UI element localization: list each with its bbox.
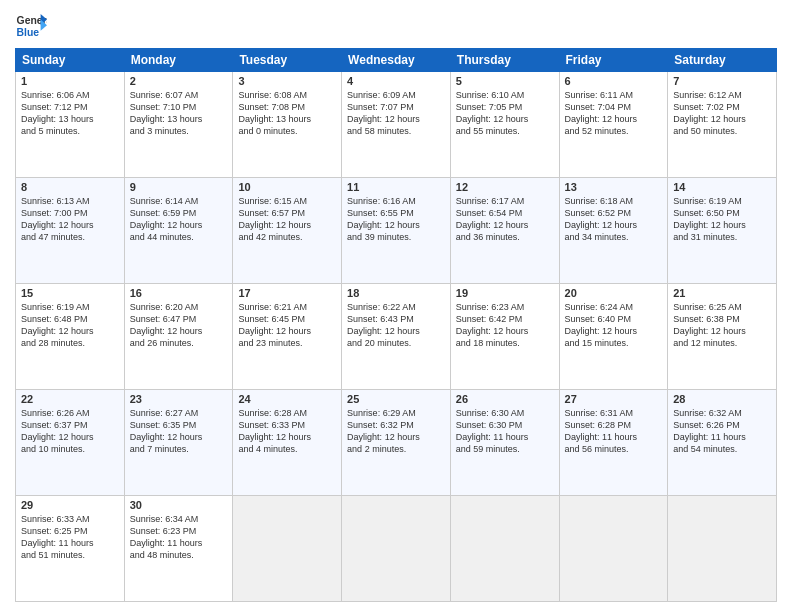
day-info: Sunrise: 6:23 AMSunset: 6:42 PMDaylight:… [456, 301, 554, 350]
day-number: 28 [673, 393, 771, 405]
day-number: 24 [238, 393, 336, 405]
table-row: 17Sunrise: 6:21 AMSunset: 6:45 PMDayligh… [233, 284, 342, 390]
day-info: Sunrise: 6:18 AMSunset: 6:52 PMDaylight:… [565, 195, 663, 244]
table-row [233, 496, 342, 602]
day-number: 16 [130, 287, 228, 299]
day-info: Sunrise: 6:27 AMSunset: 6:35 PMDaylight:… [130, 407, 228, 456]
table-row [342, 496, 451, 602]
day-info: Sunrise: 6:30 AMSunset: 6:30 PMDaylight:… [456, 407, 554, 456]
day-number: 9 [130, 181, 228, 193]
col-header-tuesday: Tuesday [233, 49, 342, 72]
table-row: 12Sunrise: 6:17 AMSunset: 6:54 PMDayligh… [450, 178, 559, 284]
day-number: 1 [21, 75, 119, 87]
day-info: Sunrise: 6:26 AMSunset: 6:37 PMDaylight:… [21, 407, 119, 456]
day-info: Sunrise: 6:19 AMSunset: 6:48 PMDaylight:… [21, 301, 119, 350]
table-row: 8Sunrise: 6:13 AMSunset: 7:00 PMDaylight… [16, 178, 125, 284]
day-info: Sunrise: 6:25 AMSunset: 6:38 PMDaylight:… [673, 301, 771, 350]
day-info: Sunrise: 6:28 AMSunset: 6:33 PMDaylight:… [238, 407, 336, 456]
table-row: 7Sunrise: 6:12 AMSunset: 7:02 PMDaylight… [668, 72, 777, 178]
day-number: 29 [21, 499, 119, 511]
table-row: 13Sunrise: 6:18 AMSunset: 6:52 PMDayligh… [559, 178, 668, 284]
day-info: Sunrise: 6:34 AMSunset: 6:23 PMDaylight:… [130, 513, 228, 562]
day-number: 10 [238, 181, 336, 193]
table-row: 16Sunrise: 6:20 AMSunset: 6:47 PMDayligh… [124, 284, 233, 390]
day-info: Sunrise: 6:17 AMSunset: 6:54 PMDaylight:… [456, 195, 554, 244]
day-info: Sunrise: 6:31 AMSunset: 6:28 PMDaylight:… [565, 407, 663, 456]
day-info: Sunrise: 6:22 AMSunset: 6:43 PMDaylight:… [347, 301, 445, 350]
day-number: 22 [21, 393, 119, 405]
table-row: 6Sunrise: 6:11 AMSunset: 7:04 PMDaylight… [559, 72, 668, 178]
day-number: 18 [347, 287, 445, 299]
day-number: 5 [456, 75, 554, 87]
table-row: 30Sunrise: 6:34 AMSunset: 6:23 PMDayligh… [124, 496, 233, 602]
table-row: 4Sunrise: 6:09 AMSunset: 7:07 PMDaylight… [342, 72, 451, 178]
table-row: 14Sunrise: 6:19 AMSunset: 6:50 PMDayligh… [668, 178, 777, 284]
day-info: Sunrise: 6:12 AMSunset: 7:02 PMDaylight:… [673, 89, 771, 138]
header: General Blue [15, 10, 777, 42]
table-row: 11Sunrise: 6:16 AMSunset: 6:55 PMDayligh… [342, 178, 451, 284]
day-number: 6 [565, 75, 663, 87]
day-number: 25 [347, 393, 445, 405]
col-header-thursday: Thursday [450, 49, 559, 72]
day-info: Sunrise: 6:16 AMSunset: 6:55 PMDaylight:… [347, 195, 445, 244]
day-number: 3 [238, 75, 336, 87]
col-header-friday: Friday [559, 49, 668, 72]
table-row [559, 496, 668, 602]
day-number: 23 [130, 393, 228, 405]
table-row [668, 496, 777, 602]
svg-text:Blue: Blue [17, 27, 40, 38]
day-info: Sunrise: 6:08 AMSunset: 7:08 PMDaylight:… [238, 89, 336, 138]
day-info: Sunrise: 6:33 AMSunset: 6:25 PMDaylight:… [21, 513, 119, 562]
table-row: 1Sunrise: 6:06 AMSunset: 7:12 PMDaylight… [16, 72, 125, 178]
day-number: 17 [238, 287, 336, 299]
table-row: 22Sunrise: 6:26 AMSunset: 6:37 PMDayligh… [16, 390, 125, 496]
day-info: Sunrise: 6:11 AMSunset: 7:04 PMDaylight:… [565, 89, 663, 138]
day-number: 19 [456, 287, 554, 299]
table-row: 27Sunrise: 6:31 AMSunset: 6:28 PMDayligh… [559, 390, 668, 496]
day-number: 2 [130, 75, 228, 87]
col-header-wednesday: Wednesday [342, 49, 451, 72]
day-number: 11 [347, 181, 445, 193]
day-number: 13 [565, 181, 663, 193]
day-number: 30 [130, 499, 228, 511]
table-row: 19Sunrise: 6:23 AMSunset: 6:42 PMDayligh… [450, 284, 559, 390]
table-row: 25Sunrise: 6:29 AMSunset: 6:32 PMDayligh… [342, 390, 451, 496]
col-header-monday: Monday [124, 49, 233, 72]
day-info: Sunrise: 6:24 AMSunset: 6:40 PMDaylight:… [565, 301, 663, 350]
day-number: 27 [565, 393, 663, 405]
logo-icon: General Blue [15, 10, 47, 42]
table-row: 18Sunrise: 6:22 AMSunset: 6:43 PMDayligh… [342, 284, 451, 390]
table-row: 23Sunrise: 6:27 AMSunset: 6:35 PMDayligh… [124, 390, 233, 496]
day-number: 15 [21, 287, 119, 299]
day-number: 4 [347, 75, 445, 87]
day-info: Sunrise: 6:10 AMSunset: 7:05 PMDaylight:… [456, 89, 554, 138]
day-number: 7 [673, 75, 771, 87]
day-info: Sunrise: 6:29 AMSunset: 6:32 PMDaylight:… [347, 407, 445, 456]
day-info: Sunrise: 6:14 AMSunset: 6:59 PMDaylight:… [130, 195, 228, 244]
day-info: Sunrise: 6:19 AMSunset: 6:50 PMDaylight:… [673, 195, 771, 244]
table-row: 20Sunrise: 6:24 AMSunset: 6:40 PMDayligh… [559, 284, 668, 390]
logo: General Blue [15, 10, 47, 42]
col-header-sunday: Sunday [16, 49, 125, 72]
table-row: 3Sunrise: 6:08 AMSunset: 7:08 PMDaylight… [233, 72, 342, 178]
table-row: 29Sunrise: 6:33 AMSunset: 6:25 PMDayligh… [16, 496, 125, 602]
day-info: Sunrise: 6:32 AMSunset: 6:26 PMDaylight:… [673, 407, 771, 456]
page: General Blue SundayMondayTuesdayWednesda… [0, 0, 792, 612]
day-number: 20 [565, 287, 663, 299]
day-number: 12 [456, 181, 554, 193]
col-header-saturday: Saturday [668, 49, 777, 72]
day-number: 26 [456, 393, 554, 405]
day-info: Sunrise: 6:15 AMSunset: 6:57 PMDaylight:… [238, 195, 336, 244]
table-row: 24Sunrise: 6:28 AMSunset: 6:33 PMDayligh… [233, 390, 342, 496]
table-row: 9Sunrise: 6:14 AMSunset: 6:59 PMDaylight… [124, 178, 233, 284]
table-row: 28Sunrise: 6:32 AMSunset: 6:26 PMDayligh… [668, 390, 777, 496]
day-number: 14 [673, 181, 771, 193]
table-row: 26Sunrise: 6:30 AMSunset: 6:30 PMDayligh… [450, 390, 559, 496]
day-number: 21 [673, 287, 771, 299]
day-info: Sunrise: 6:07 AMSunset: 7:10 PMDaylight:… [130, 89, 228, 138]
table-row: 21Sunrise: 6:25 AMSunset: 6:38 PMDayligh… [668, 284, 777, 390]
day-number: 8 [21, 181, 119, 193]
table-row: 15Sunrise: 6:19 AMSunset: 6:48 PMDayligh… [16, 284, 125, 390]
calendar: SundayMondayTuesdayWednesdayThursdayFrid… [15, 48, 777, 602]
day-info: Sunrise: 6:13 AMSunset: 7:00 PMDaylight:… [21, 195, 119, 244]
